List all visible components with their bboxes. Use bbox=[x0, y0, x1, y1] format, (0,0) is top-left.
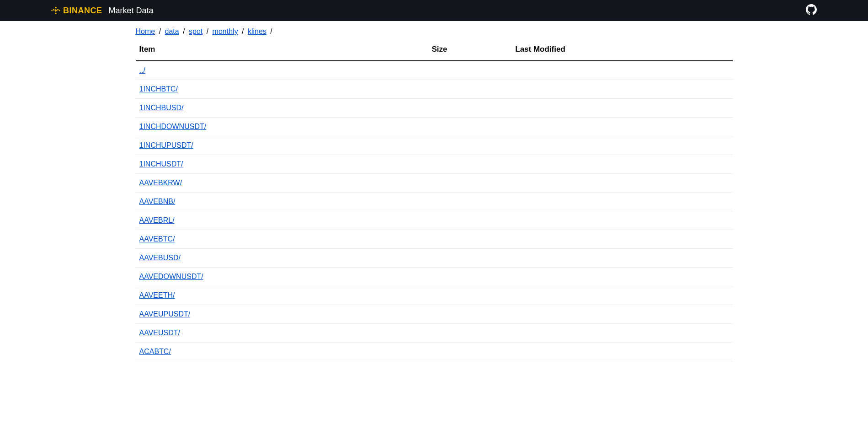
breadcrumb-separator: / bbox=[157, 27, 163, 35]
table-row: 1INCHDOWNUSDT/ bbox=[136, 118, 733, 136]
directory-link[interactable]: 1INCHUSDT/ bbox=[139, 160, 183, 168]
directory-table-body: ../1INCHBTC/1INCHBUSD/1INCHDOWNUSDT/1INC… bbox=[136, 61, 733, 361]
github-link[interactable] bbox=[806, 4, 817, 17]
binance-logo-icon bbox=[51, 6, 60, 15]
table-row: AAVEUSDT/ bbox=[136, 324, 733, 343]
directory-link[interactable]: AAVEBNB/ bbox=[139, 198, 176, 205]
breadcrumb-separator: / bbox=[181, 27, 187, 35]
cell-size bbox=[428, 230, 511, 249]
table-row: 1INCHBTC/ bbox=[136, 80, 733, 99]
cell-size bbox=[428, 193, 511, 211]
cell-item: AAVEUSDT/ bbox=[136, 324, 428, 343]
cell-item: AAVEBTC/ bbox=[136, 230, 428, 249]
cell-modified bbox=[511, 136, 732, 155]
directory-link[interactable]: AAVEUSDT/ bbox=[139, 329, 181, 337]
cell-modified bbox=[511, 286, 732, 305]
directory-link[interactable]: AAVEETH/ bbox=[139, 291, 175, 299]
col-header-size: Size bbox=[428, 40, 511, 61]
cell-size bbox=[428, 268, 511, 286]
directory-link[interactable]: AAVEBRL/ bbox=[139, 216, 175, 224]
github-icon bbox=[806, 4, 817, 15]
breadcrumb-separator: / bbox=[204, 27, 210, 35]
cell-size bbox=[428, 80, 511, 99]
table-row: AAVEETH/ bbox=[136, 286, 733, 305]
cell-size bbox=[428, 136, 511, 155]
cell-modified bbox=[511, 99, 732, 118]
binance-logo[interactable]: BINANCE bbox=[51, 6, 102, 16]
cell-size bbox=[428, 249, 511, 268]
cell-item: AAVEBKRW/ bbox=[136, 174, 428, 193]
table-row: AAVEUPUSDT/ bbox=[136, 305, 733, 324]
cell-size bbox=[428, 324, 511, 343]
directory-link[interactable]: 1INCHBTC/ bbox=[139, 85, 178, 93]
directory-link[interactable]: 1INCHUPUSDT/ bbox=[139, 141, 193, 149]
table-row: AAVEBRL/ bbox=[136, 211, 733, 230]
directory-link[interactable]: AAVEBKRW/ bbox=[139, 179, 182, 187]
cell-item: 1INCHBUSD/ bbox=[136, 99, 428, 118]
col-header-item: Item bbox=[136, 40, 428, 61]
cell-size bbox=[428, 305, 511, 324]
table-row: AAVEBUSD/ bbox=[136, 249, 733, 268]
directory-link[interactable]: 1INCHBUSD/ bbox=[139, 104, 184, 112]
cell-item: AAVEBUSD/ bbox=[136, 249, 428, 268]
breadcrumb-link[interactable]: Home bbox=[136, 27, 155, 35]
cell-modified bbox=[511, 118, 732, 136]
cell-size bbox=[428, 155, 511, 174]
breadcrumb-separator: / bbox=[268, 27, 272, 35]
breadcrumb-link[interactable]: data bbox=[165, 27, 179, 35]
cell-modified bbox=[511, 193, 732, 211]
table-row: AAVEBTC/ bbox=[136, 230, 733, 249]
page-title: Market Data bbox=[109, 6, 154, 16]
table-row: AAVEBKRW/ bbox=[136, 174, 733, 193]
table-row: ACABTC/ bbox=[136, 343, 733, 361]
cell-item: 1INCHUSDT/ bbox=[136, 155, 428, 174]
breadcrumb-link[interactable]: klines bbox=[248, 27, 266, 35]
table-row: ../ bbox=[136, 61, 733, 80]
cell-modified bbox=[511, 80, 732, 99]
cell-modified bbox=[511, 155, 732, 174]
table-row: 1INCHUPUSDT/ bbox=[136, 136, 733, 155]
cell-modified bbox=[511, 268, 732, 286]
table-row: 1INCHBUSD/ bbox=[136, 99, 733, 118]
cell-modified bbox=[511, 324, 732, 343]
cell-size bbox=[428, 99, 511, 118]
breadcrumb-link[interactable]: monthly bbox=[213, 27, 238, 35]
cell-size bbox=[428, 174, 511, 193]
cell-item: 1INCHUPUSDT/ bbox=[136, 136, 428, 155]
directory-link[interactable]: AAVEUPUSDT/ bbox=[139, 310, 191, 318]
directory-link[interactable]: 1INCHDOWNUSDT/ bbox=[139, 123, 207, 130]
cell-modified bbox=[511, 343, 732, 361]
directory-table: Item Size Last Modified ../1INCHBTC/1INC… bbox=[136, 40, 733, 361]
directory-link[interactable]: ACABTC/ bbox=[139, 348, 171, 355]
cell-item: ACABTC/ bbox=[136, 343, 428, 361]
cell-item: AAVEETH/ bbox=[136, 286, 428, 305]
cell-item: AAVEDOWNUSDT/ bbox=[136, 268, 428, 286]
header-left: BINANCE Market Data bbox=[51, 6, 154, 16]
cell-item: 1INCHDOWNUSDT/ bbox=[136, 118, 428, 136]
cell-item: 1INCHBTC/ bbox=[136, 80, 428, 99]
table-row: AAVEDOWNUSDT/ bbox=[136, 268, 733, 286]
breadcrumb-separator: / bbox=[240, 27, 246, 35]
cell-size bbox=[428, 61, 511, 80]
cell-modified bbox=[511, 230, 732, 249]
directory-link[interactable]: AAVEBUSD/ bbox=[139, 254, 181, 262]
cell-modified bbox=[511, 305, 732, 324]
directory-link[interactable]: ../ bbox=[139, 66, 145, 74]
cell-modified bbox=[511, 61, 732, 80]
cell-size bbox=[428, 118, 511, 136]
breadcrumb-link[interactable]: spot bbox=[189, 27, 202, 35]
breadcrumb: Home / data / spot / monthly / klines / bbox=[136, 21, 733, 40]
cell-size bbox=[428, 211, 511, 230]
main-container: Home / data / spot / monthly / klines / … bbox=[135, 21, 734, 361]
col-header-modified: Last Modified bbox=[511, 40, 732, 61]
cell-item: AAVEBNB/ bbox=[136, 193, 428, 211]
cell-size bbox=[428, 343, 511, 361]
cell-modified bbox=[511, 211, 732, 230]
cell-item: ../ bbox=[136, 61, 428, 80]
cell-item: AAVEBRL/ bbox=[136, 211, 428, 230]
cell-size bbox=[428, 286, 511, 305]
cell-modified bbox=[511, 249, 732, 268]
directory-link[interactable]: AAVEBTC/ bbox=[139, 235, 175, 243]
directory-link[interactable]: AAVEDOWNUSDT/ bbox=[139, 273, 203, 280]
binance-logo-text: BINANCE bbox=[63, 6, 102, 16]
